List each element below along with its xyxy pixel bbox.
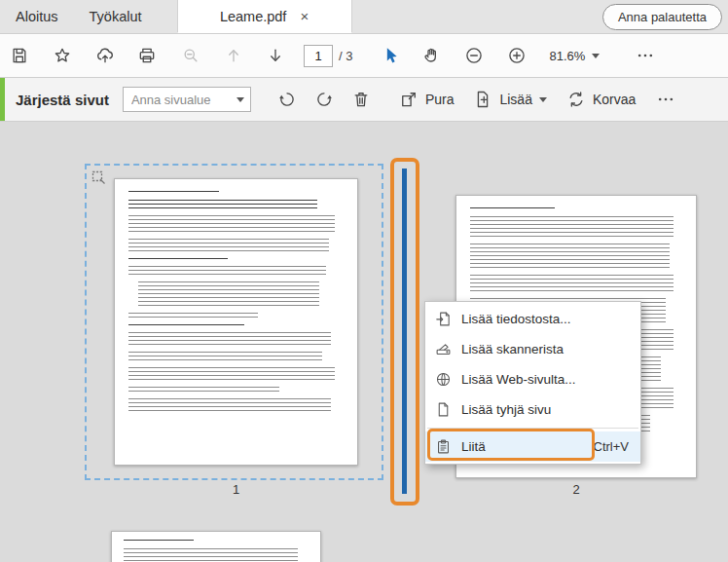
rotate-right-button[interactable] [309, 85, 339, 114]
star-icon [53, 46, 72, 65]
hand-tool-button[interactable] [418, 41, 447, 70]
page-number-input[interactable] [304, 45, 333, 67]
star-button[interactable] [48, 41, 77, 70]
page-range-dropdown [123, 87, 251, 112]
trash-icon [351, 90, 371, 109]
acrobat-window: Aloitus Työkalut Leame.pdf × Anna palaut… [0, 0, 728, 562]
menu-item-insert-from-scanner[interactable]: Lisää skannerista [425, 334, 640, 364]
select-tool-button[interactable] [377, 41, 406, 70]
page-thumbnail-3[interactable] [111, 531, 321, 562]
page-1-text-lines [115, 179, 357, 465]
chevron-down-icon[interactable] [237, 97, 244, 102]
zoom-in-button[interactable] [502, 41, 531, 70]
menu-item-shortcut: Ctrl+V [594, 439, 631, 454]
zoom-out-button[interactable] [459, 41, 489, 70]
page-3-text-lines [112, 532, 320, 562]
cursor-arrow-icon [382, 46, 401, 65]
extract-label: Pura [425, 92, 455, 107]
pages-canvas: 1 2 [0, 122, 728, 562]
menu-item-label: Liitä [461, 439, 486, 454]
chevron-down-icon [592, 54, 600, 58]
insert-page-icon [473, 90, 492, 109]
rotate-left-button[interactable] [273, 85, 302, 114]
feedback-button[interactable]: Anna palautetta [602, 4, 722, 30]
menu-item-label: Lisää tyhjä sivu [461, 402, 551, 417]
rotate-left-icon [277, 90, 297, 109]
extract-button[interactable]: Pura [399, 90, 455, 109]
share-button[interactable] [91, 41, 120, 70]
arrow-down-icon [266, 46, 285, 65]
more-options-button[interactable] [651, 85, 680, 114]
print-button[interactable] [132, 41, 162, 70]
tab-tools[interactable]: Työkalut [74, 0, 158, 33]
printer-icon [137, 46, 157, 65]
close-tab-icon[interactable]: × [300, 9, 309, 23]
previous-page-button[interactable] [219, 41, 248, 70]
chevron-down-icon [539, 97, 547, 102]
main-toolbar: / 3 81.6% [0, 34, 728, 78]
insert-context-menu: Lisää tiedostosta... Lisää skannerista L… [424, 301, 641, 465]
menu-item-label: Lisää Web-sivulta... [461, 372, 576, 387]
marquee-select-icon [91, 170, 106, 185]
page-total-label: / 3 [339, 49, 352, 63]
insert-button[interactable]: Lisää [473, 90, 546, 109]
cloud-upload-icon [95, 46, 115, 65]
rotate-right-icon [314, 90, 334, 109]
menu-item-insert-from-file[interactable]: Lisää tiedostosta... [425, 304, 640, 334]
replace-button[interactable]: Korvaa [566, 90, 636, 109]
replace-icon [566, 90, 586, 109]
insert-file-icon [435, 311, 452, 327]
replace-label: Korvaa [593, 92, 636, 107]
ellipsis-icon [656, 90, 675, 109]
blank-page-icon [435, 401, 452, 418]
page-thumbnail-1[interactable] [114, 178, 358, 466]
plus-circle-icon [507, 46, 527, 65]
menu-separator [427, 428, 638, 429]
minus-circle-icon [464, 46, 484, 65]
scanner-icon [435, 341, 452, 357]
extract-icon [399, 90, 419, 109]
more-tools-button[interactable] [631, 41, 660, 70]
zoom-tool-button[interactable] [176, 41, 205, 70]
paste-icon [435, 438, 452, 455]
arrow-up-icon [224, 46, 243, 65]
organize-pages-title: Järjestä sivut [16, 92, 109, 108]
web-page-icon [435, 371, 452, 388]
document-tab-label: Leame.pdf [220, 0, 287, 33]
menu-item-insert-blank-page[interactable]: Lisää tyhjä sivu [425, 394, 640, 425]
page-1-label: 1 [114, 482, 358, 497]
tab-bar: Aloitus Työkalut Leame.pdf × Anna palaut… [0, 0, 728, 34]
tab-home[interactable]: Aloitus [0, 0, 74, 33]
page-range-input[interactable] [123, 87, 251, 112]
next-page-button[interactable] [261, 41, 290, 70]
hand-tool-icon [422, 46, 442, 65]
menu-item-paste[interactable]: Liitä Ctrl+V [425, 431, 640, 462]
menu-item-label: Lisää tiedostosta... [461, 312, 571, 326]
page-2-label: 2 [455, 482, 697, 497]
save-button[interactable] [5, 41, 34, 70]
delete-pages-button[interactable] [346, 85, 376, 114]
annotation-orange-box-insertion [390, 158, 419, 506]
insert-label: Lisää [499, 92, 531, 107]
ellipsis-icon [636, 46, 655, 65]
organize-toolbar: Järjestä sivut Pura Lisää Korvaa [0, 78, 728, 122]
tab-document[interactable]: Leame.pdf × [177, 0, 352, 33]
save-icon [10, 46, 29, 65]
zoom-level-dropdown[interactable]: 81.6% [545, 45, 603, 67]
menu-item-label: Lisää skannerista [461, 342, 564, 356]
magnifier-minus-icon [181, 46, 200, 65]
menu-item-insert-from-web[interactable]: Lisää Web-sivulta... [425, 364, 640, 394]
zoom-level-value: 81.6% [549, 49, 585, 63]
tool-accent-strip [0, 78, 5, 121]
